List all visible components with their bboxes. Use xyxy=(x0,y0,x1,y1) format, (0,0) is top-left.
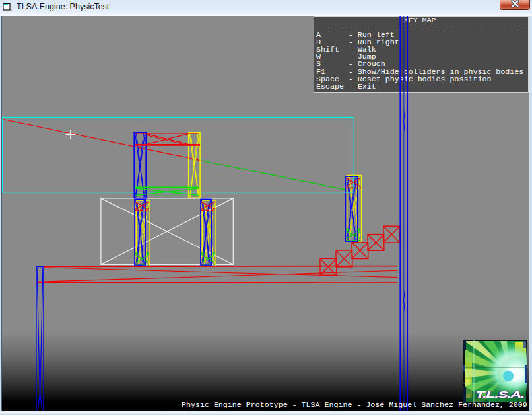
svg-text:T.L.S.A.: T.L.S.A. xyxy=(475,389,524,400)
